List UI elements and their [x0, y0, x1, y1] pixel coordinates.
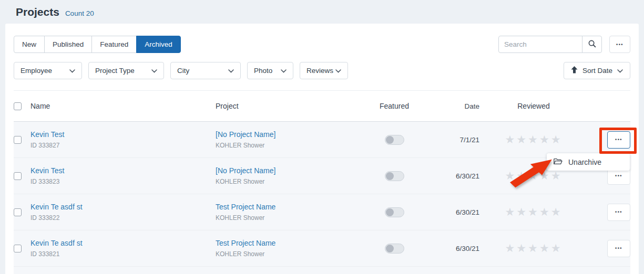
featured-toggle-off[interactable] [385, 207, 404, 217]
tab-featured[interactable]: Featured [91, 36, 137, 53]
ellipsis-icon: ••• [615, 137, 622, 142]
more-actions-button[interactable]: ••• [609, 36, 630, 53]
star-icon: ★ [516, 206, 528, 218]
row-project-link[interactable]: [No Project Name] [216, 166, 363, 176]
row-id-label: ID 333822 [30, 214, 216, 222]
sort-date-button[interactable]: Sort Date [564, 62, 630, 79]
select-all-checkbox[interactable] [14, 102, 22, 110]
filter-project-type[interactable]: Project Type [88, 62, 164, 79]
table-row: Kevin Test ID 333827 [No Project Name] K… [14, 122, 630, 158]
row-project-link[interactable]: [No Project Name] [216, 130, 363, 140]
chevron-down-icon [69, 67, 75, 75]
row-date: 6/30/21 [426, 172, 484, 180]
row-checkbox[interactable] [14, 172, 22, 180]
star-rating-empty: ★★★★★ [505, 170, 562, 182]
search-button[interactable] [582, 36, 602, 53]
star-icon: ★ [505, 133, 516, 145]
search-group [498, 36, 602, 53]
status-tab-group: New Published Featured Archived [14, 36, 181, 53]
filter-employee[interactable]: Employee [14, 62, 82, 79]
star-icon: ★ [505, 206, 516, 218]
filter-city[interactable]: City [170, 62, 241, 79]
row-id-label: ID 333821 [30, 250, 216, 258]
row-project-subtitle: KOHLER Shower [216, 178, 363, 185]
row-checkbox[interactable] [14, 208, 22, 216]
row-name-link[interactable]: Kevin Te asdf st [30, 203, 216, 212]
row-actions-button[interactable]: ••• [607, 240, 630, 257]
table-row: Kevin Test ID 333823 [No Project Name] K… [14, 158, 630, 194]
table-row: Kevin Te asdf st ID 333822 Test Project … [14, 194, 630, 230]
filter-reviews[interactable]: Reviews [300, 62, 348, 79]
chevron-down-icon [617, 67, 623, 75]
table-header-row: Name Project Featured Date Reviewed [14, 91, 630, 122]
unarchive-folder-icon [553, 157, 563, 167]
star-rating-empty: ★★★★★ [505, 206, 562, 218]
star-rating-empty: ★★★★★ [505, 133, 562, 145]
column-header-date: Date [426, 102, 484, 110]
row-date: 6/30/21 [426, 208, 484, 216]
row-id-label: ID 333827 [30, 142, 216, 149]
table-row [14, 267, 630, 274]
featured-toggle-off[interactable] [385, 135, 404, 145]
projects-card: New Published Featured Archived ••• Empl… [5, 24, 639, 274]
toolbar-top: New Published Featured Archived ••• [14, 36, 630, 53]
star-icon: ★ [551, 133, 563, 145]
star-icon: ★ [516, 242, 528, 254]
star-icon: ★ [516, 133, 528, 145]
page-header: Projects Count 20 [0, 0, 644, 24]
tab-archived[interactable]: Archived [136, 36, 181, 53]
filters-bar: Employee Project Type City Photo Reviews… [14, 62, 630, 79]
sort-date-label: Sort Date [582, 67, 612, 75]
row-checkbox[interactable] [14, 136, 22, 144]
row-project-subtitle: KOHLER Shower [216, 250, 363, 258]
row-project-subtitle: KOHLER Shower [216, 214, 363, 222]
filter-city-label: City [177, 67, 189, 75]
column-header-name: Name [30, 102, 216, 110]
filter-photo[interactable]: Photo [247, 62, 293, 79]
star-icon: ★ [551, 206, 563, 218]
ellipsis-icon: ••• [615, 209, 622, 215]
row-project-link[interactable]: Test Project Name [216, 203, 363, 212]
star-icon: ★ [539, 206, 551, 218]
star-icon: ★ [551, 242, 563, 254]
row-project-subtitle: KOHLER Shower [216, 142, 363, 149]
row-actions-button[interactable]: ••• [607, 204, 630, 221]
star-icon: ★ [516, 170, 528, 182]
tab-published[interactable]: Published [44, 36, 92, 53]
featured-toggle-off[interactable] [385, 244, 404, 254]
row-name-link[interactable]: Kevin Test [30, 130, 216, 140]
column-header-project: Project [216, 102, 363, 110]
row-name-link[interactable]: Kevin Test [30, 166, 216, 176]
chevron-down-icon [228, 67, 234, 75]
row-name-link[interactable]: Kevin Te asdf st [30, 239, 216, 248]
row-project-link[interactable]: Test Project Name [216, 239, 363, 248]
star-icon: ★ [539, 242, 551, 254]
tab-new[interactable]: New [14, 36, 45, 53]
page-count-badge: Count 20 [65, 9, 94, 17]
featured-toggle-off[interactable] [385, 171, 404, 181]
star-icon: ★ [528, 242, 539, 254]
star-icon: ★ [539, 170, 551, 182]
search-input[interactable] [498, 36, 582, 53]
star-icon: ★ [539, 133, 551, 145]
ellipsis-icon: ••• [616, 42, 623, 47]
menu-item-unarchive[interactable]: Unarchive [547, 154, 630, 170]
row-id-label: ID 333823 [30, 178, 216, 185]
star-icon: ★ [505, 170, 516, 182]
filter-reviews-label: Reviews [306, 67, 333, 75]
star-icon: ★ [528, 206, 539, 218]
row-date: 7/1/21 [426, 136, 484, 144]
ellipsis-icon: ••• [615, 246, 622, 251]
ellipsis-icon: ••• [615, 173, 622, 178]
toolbar-right-tools: ••• [498, 36, 630, 53]
menu-item-label: Unarchive [568, 158, 601, 166]
star-rating-empty: ★★★★★ [505, 242, 562, 254]
star-icon: ★ [528, 133, 539, 145]
row-actions-button[interactable]: ••• [607, 131, 630, 149]
search-icon [588, 40, 596, 49]
filter-project-type-label: Project Type [95, 67, 135, 75]
page-title: Projects [16, 6, 59, 18]
row-date: 6/30/21 [426, 245, 484, 252]
star-icon: ★ [551, 170, 563, 182]
row-checkbox[interactable] [14, 245, 22, 252]
